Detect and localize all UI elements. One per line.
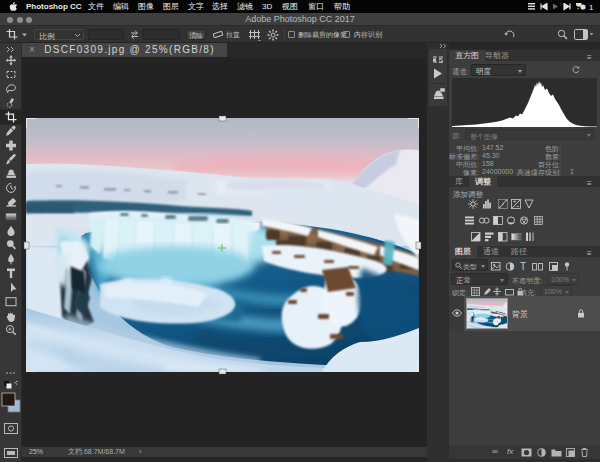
svg-text:T: T	[520, 261, 526, 272]
svg-text:1: 1	[589, 3, 594, 11]
svg-text:5: 5	[439, 56, 444, 65]
